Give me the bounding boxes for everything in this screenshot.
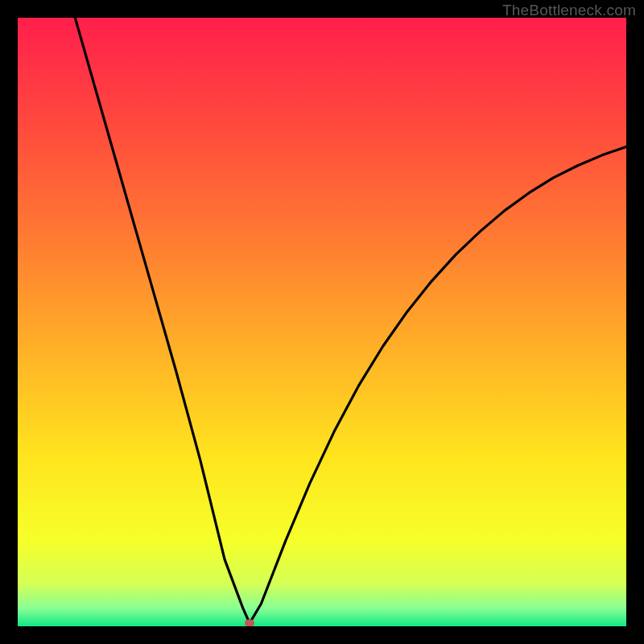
plot-area bbox=[18, 18, 626, 626]
chart-frame: TheBottleneck.com bbox=[0, 0, 644, 644]
watermark-text: TheBottleneck.com bbox=[502, 2, 636, 19]
curve-line bbox=[18, 18, 626, 626]
minimum-marker bbox=[245, 620, 254, 626]
